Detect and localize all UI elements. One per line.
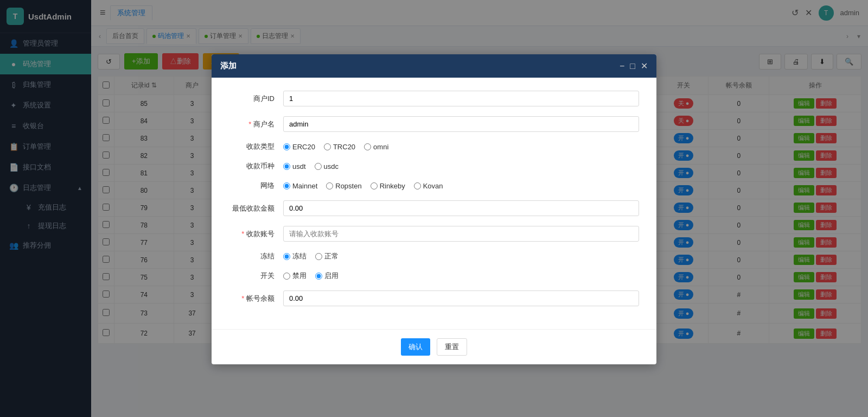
- radio-rinkeby-label: Rinkeby: [380, 182, 405, 190]
- balance-label: * 帐号余额: [229, 294, 283, 304]
- payment-type-label: 收款类型: [229, 142, 283, 151]
- form-row-min-amount: 最低收款金额: [229, 200, 639, 216]
- radio-enabled-label: 启用: [324, 271, 339, 281]
- radio-usdc-label: usdc: [324, 162, 339, 170]
- radio-ropsten[interactable]: Ropsten: [326, 182, 361, 190]
- radio-normal-label: 正常: [324, 251, 339, 261]
- radio-kovan-label: Kovan: [423, 182, 443, 190]
- radio-usdc[interactable]: usdc: [315, 162, 339, 170]
- radio-omni-label: omni: [373, 143, 388, 151]
- radio-enabled[interactable]: 启用: [315, 271, 339, 281]
- merchant-id-input[interactable]: [283, 91, 639, 106]
- min-amount-field: [283, 200, 639, 216]
- radio-mainnet[interactable]: Mainnet: [283, 182, 317, 190]
- form-row-payment-type: 收款类型 ERC20 TRC20 omni: [229, 142, 639, 151]
- radio-frozen-input[interactable]: [283, 253, 290, 260]
- radio-kovan[interactable]: Kovan: [414, 182, 443, 190]
- radio-erc20-label: ERC20: [292, 143, 315, 151]
- merchant-name-required: *: [248, 120, 251, 128]
- radio-omni-input[interactable]: [364, 143, 371, 150]
- form-row-merchant-id: 商户ID: [229, 91, 639, 106]
- merchant-id-field: [283, 91, 639, 106]
- account-label: * 收款账号: [229, 229, 283, 239]
- merchant-id-label: 商户ID: [229, 94, 283, 104]
- radio-ropsten-input[interactable]: [326, 182, 333, 189]
- radio-disabled-label: 禁用: [292, 271, 307, 281]
- modal-maximize-btn[interactable]: □: [630, 62, 635, 71]
- coin-field: usdt usdc: [283, 162, 639, 170]
- radio-erc20[interactable]: ERC20: [283, 143, 315, 151]
- radio-trc20-input[interactable]: [324, 143, 331, 150]
- balance-required: *: [241, 294, 244, 302]
- modal-minimize-btn[interactable]: −: [620, 62, 624, 71]
- reset-button[interactable]: 重置: [437, 338, 467, 356]
- add-modal: 添加 − □ ✕ 商户ID * 商户名: [212, 54, 656, 364]
- radio-enabled-input[interactable]: [315, 273, 322, 280]
- radio-erc20-input[interactable]: [283, 143, 290, 150]
- radio-disabled[interactable]: 禁用: [283, 271, 307, 281]
- radio-mainnet-input[interactable]: [283, 182, 290, 189]
- form-row-account: * 收款账号: [229, 226, 639, 242]
- balance-input[interactable]: [283, 290, 639, 306]
- modal-header: 添加 − □ ✕: [212, 54, 656, 78]
- min-amount-input[interactable]: [283, 200, 639, 216]
- form-row-balance: * 帐号余额: [229, 290, 639, 306]
- merchant-name-field: [283, 116, 639, 132]
- form-row-merchant-name: * 商户名: [229, 116, 639, 132]
- radio-trc20[interactable]: TRC20: [324, 143, 355, 151]
- freeze-label: 冻结: [229, 251, 283, 261]
- radio-mainnet-label: Mainnet: [292, 182, 317, 190]
- radio-usdc-input[interactable]: [315, 163, 322, 170]
- merchant-name-input[interactable]: [283, 116, 639, 132]
- radio-normal-input[interactable]: [315, 253, 322, 260]
- modal-overlay: 添加 − □ ✕ 商户ID * 商户名: [0, 0, 868, 417]
- radio-kovan-input[interactable]: [414, 182, 421, 189]
- confirm-button[interactable]: 确认: [401, 338, 430, 356]
- modal-footer: 确认 重置: [212, 329, 656, 364]
- radio-frozen-label: 冻结: [292, 251, 307, 261]
- coin-label: 收款币种: [229, 161, 283, 171]
- account-required: *: [241, 230, 244, 238]
- radio-rinkeby-input[interactable]: [371, 182, 378, 189]
- switch-field: 禁用 启用: [283, 271, 639, 281]
- modal-close-btn[interactable]: ✕: [641, 62, 648, 71]
- network-label: 网络: [229, 181, 283, 191]
- radio-normal[interactable]: 正常: [315, 251, 339, 261]
- form-row-switch: 开关 禁用 启用: [229, 271, 639, 281]
- radio-ropsten-label: Ropsten: [335, 182, 361, 190]
- radio-usdt[interactable]: usdt: [283, 162, 306, 170]
- radio-frozen[interactable]: 冻结: [283, 251, 307, 261]
- radio-omni[interactable]: omni: [364, 143, 388, 151]
- radio-usdt-label: usdt: [292, 162, 306, 170]
- radio-rinkeby[interactable]: Rinkeby: [371, 182, 405, 190]
- account-input[interactable]: [283, 226, 639, 242]
- freeze-field: 冻结 正常: [283, 251, 639, 261]
- form-row-coin: 收款币种 usdt usdc: [229, 161, 639, 171]
- payment-type-field: ERC20 TRC20 omni: [283, 143, 639, 151]
- balance-field: [283, 290, 639, 306]
- form-row-network: 网络 Mainnet Ropsten Rinkeby: [229, 181, 639, 191]
- modal-body: 商户ID * 商户名 收款类型: [212, 78, 656, 329]
- merchant-name-label: * 商户名: [229, 119, 283, 129]
- switch-label: 开关: [229, 271, 283, 281]
- network-field: Mainnet Ropsten Rinkeby Kovan: [283, 182, 639, 190]
- min-amount-label: 最低收款金额: [229, 204, 283, 213]
- form-row-freeze: 冻结 冻结 正常: [229, 251, 639, 261]
- modal-controls: − □ ✕: [620, 62, 648, 71]
- account-field: [283, 226, 639, 242]
- radio-disabled-input[interactable]: [283, 273, 290, 280]
- radio-usdt-input[interactable]: [283, 163, 290, 170]
- modal-title: 添加: [220, 61, 237, 71]
- radio-trc20-label: TRC20: [333, 143, 355, 151]
